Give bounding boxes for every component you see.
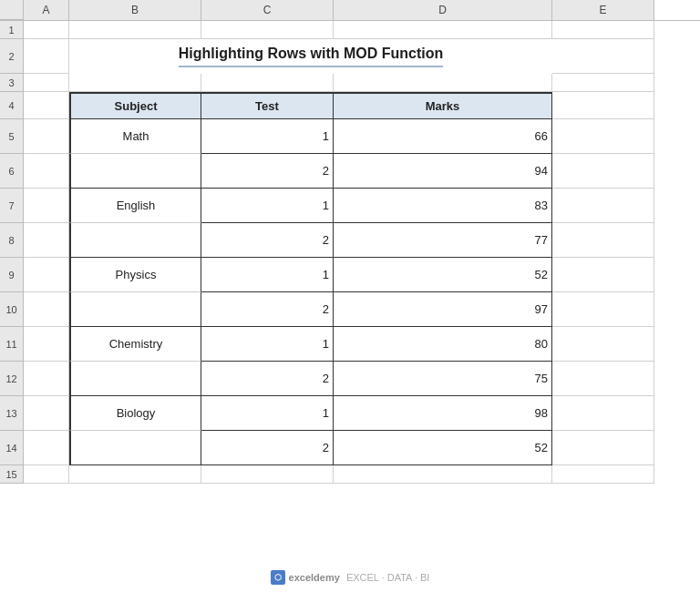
cell-c13-test[interactable]: 1 (201, 396, 334, 431)
col-header-a: A (24, 0, 69, 20)
cell-b14-biology-empty[interactable] (69, 431, 201, 465)
cell-d12-marks[interactable]: 75 (334, 362, 552, 396)
cell-b13-biology[interactable]: Biology (69, 396, 201, 431)
cell-c1[interactable] (201, 21, 334, 39)
row-5: Math 1 66 (24, 119, 700, 154)
cell-b7-english[interactable]: English (69, 189, 201, 223)
cell-a2[interactable] (24, 39, 69, 74)
col-header-c: C (201, 0, 334, 20)
cell-e1[interactable] (552, 21, 654, 39)
cell-b5-math[interactable]: Math (69, 119, 201, 154)
cell-b10-physics-empty[interactable] (69, 292, 201, 327)
cell-b11-chemistry[interactable]: Chemistry (69, 327, 201, 362)
cell-d9-marks[interactable]: 52 (334, 258, 552, 292)
cell-c14-test[interactable]: 2 (201, 431, 334, 465)
cell-d3[interactable] (334, 74, 552, 92)
cell-e11[interactable] (552, 327, 654, 362)
row-1 (24, 21, 700, 39)
rownum-5: 5 (0, 119, 24, 154)
cell-a1[interactable] (24, 21, 69, 39)
cell-e4[interactable] (552, 92, 654, 119)
cell-a11[interactable] (24, 327, 69, 362)
cell-e10[interactable] (552, 292, 654, 327)
cell-a7[interactable] (24, 189, 69, 223)
cell-c3[interactable] (201, 74, 334, 92)
rownum-6: 6 (0, 154, 24, 189)
cell-a14[interactable] (24, 431, 69, 465)
rownum-15: 15 (0, 465, 24, 484)
cell-e3[interactable] (552, 74, 654, 92)
cell-d14-marks[interactable]: 52 (334, 431, 552, 465)
cell-a6[interactable] (24, 154, 69, 189)
watermark: ⬡ exceldemy EXCEL · DATA · BI (0, 570, 700, 585)
cell-d5-marks[interactable]: 66 (334, 119, 552, 154)
corner-cell (0, 0, 24, 20)
spreadsheet: A B C D E 1 2 3 4 5 6 7 8 9 10 11 12 13 … (0, 0, 700, 592)
cell-a15[interactable] (24, 465, 69, 484)
row-7: English 1 83 (24, 189, 700, 223)
cell-c9-test[interactable]: 1 (201, 258, 334, 292)
rownum-2: 2 (0, 39, 24, 74)
cell-d8-marks[interactable]: 77 (334, 223, 552, 258)
cell-c8-test[interactable]: 2 (201, 223, 334, 258)
cell-e5[interactable] (552, 119, 654, 154)
cell-e6[interactable] (552, 154, 654, 189)
cell-e12[interactable] (552, 362, 654, 396)
cell-c10-test[interactable]: 2 (201, 292, 334, 327)
cell-d4-header[interactable]: Marks (334, 92, 552, 119)
cell-c4-header[interactable]: Test (201, 92, 334, 119)
title-text: Highlighting Rows with MOD Function (179, 46, 444, 67)
cell-a3[interactable] (24, 74, 69, 92)
col-header-e: E (552, 0, 654, 20)
cell-c11-test[interactable]: 1 (201, 327, 334, 362)
cell-c5-test[interactable]: 1 (201, 119, 334, 154)
cell-d1[interactable] (334, 21, 552, 39)
row-9: Physics 1 52 (24, 258, 700, 292)
cell-title[interactable]: Highlighting Rows with MOD Function (69, 39, 552, 74)
watermark-logo: ⬡ (271, 570, 285, 585)
cell-d10-marks[interactable]: 97 (334, 292, 552, 327)
cell-d15[interactable] (334, 465, 552, 484)
cell-c6-test[interactable]: 2 (201, 154, 334, 189)
cell-a9[interactable] (24, 258, 69, 292)
cell-a13[interactable] (24, 396, 69, 431)
cell-a12[interactable] (24, 362, 69, 396)
cell-c7-test[interactable]: 1 (201, 189, 334, 223)
row-15 (24, 465, 700, 484)
cell-c15[interactable] (201, 465, 334, 484)
cell-c12-test[interactable]: 2 (201, 362, 334, 396)
row-14: 2 52 (24, 431, 700, 465)
cell-e8[interactable] (552, 223, 654, 258)
rows-area: 1 2 3 4 5 6 7 8 9 10 11 12 13 14 15 (0, 21, 700, 592)
cell-b15[interactable] (69, 465, 201, 484)
cell-a8[interactable] (24, 223, 69, 258)
rownum-14: 14 (0, 431, 24, 465)
row-10: 2 97 (24, 292, 700, 327)
rownum-12: 12 (0, 362, 24, 396)
cell-e13[interactable] (552, 396, 654, 431)
cell-b3[interactable] (69, 74, 201, 92)
cell-b6-math-empty[interactable] (69, 154, 201, 189)
row-3 (24, 74, 700, 92)
cell-e2[interactable] (552, 39, 654, 74)
cell-d7-marks[interactable]: 83 (334, 189, 552, 223)
cell-a5[interactable] (24, 119, 69, 154)
cell-a10[interactable] (24, 292, 69, 327)
rownum-13: 13 (0, 396, 24, 431)
cell-e15[interactable] (552, 465, 654, 484)
cell-d13-marks[interactable]: 98 (334, 396, 552, 431)
cell-b8-english-empty[interactable] (69, 223, 201, 258)
cell-b12-chemistry-empty[interactable] (69, 362, 201, 396)
cell-d11-marks[interactable]: 80 (334, 327, 552, 362)
cell-b4-header[interactable]: Subject (69, 92, 201, 119)
cell-d6-marks[interactable]: 94 (334, 154, 552, 189)
cell-e7[interactable] (552, 189, 654, 223)
cell-a4[interactable] (24, 92, 69, 119)
rownum-4: 4 (0, 92, 24, 119)
rownum-3: 3 (0, 74, 24, 92)
cell-e9[interactable] (552, 258, 654, 292)
rownum-11: 11 (0, 327, 24, 362)
cell-b1[interactable] (69, 21, 201, 39)
cell-b9-physics[interactable]: Physics (69, 258, 201, 292)
cell-e14[interactable] (552, 431, 654, 465)
